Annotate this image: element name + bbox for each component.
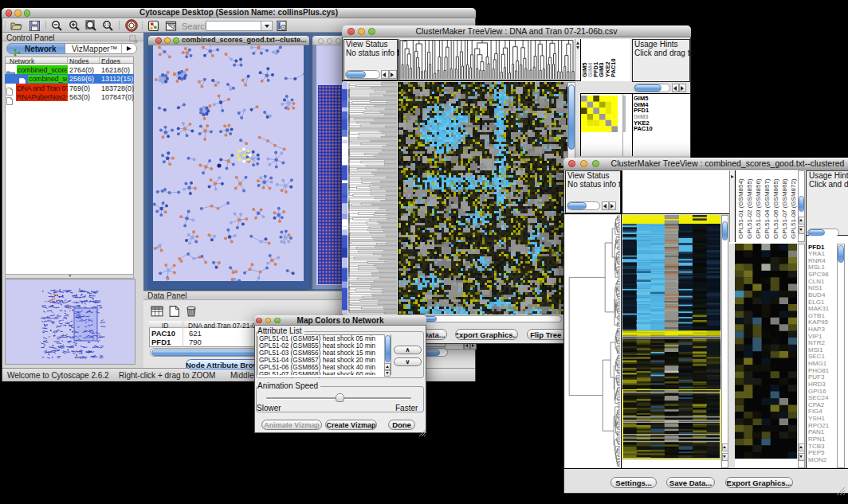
svg-text:1:1: 1:1 (104, 23, 110, 27)
